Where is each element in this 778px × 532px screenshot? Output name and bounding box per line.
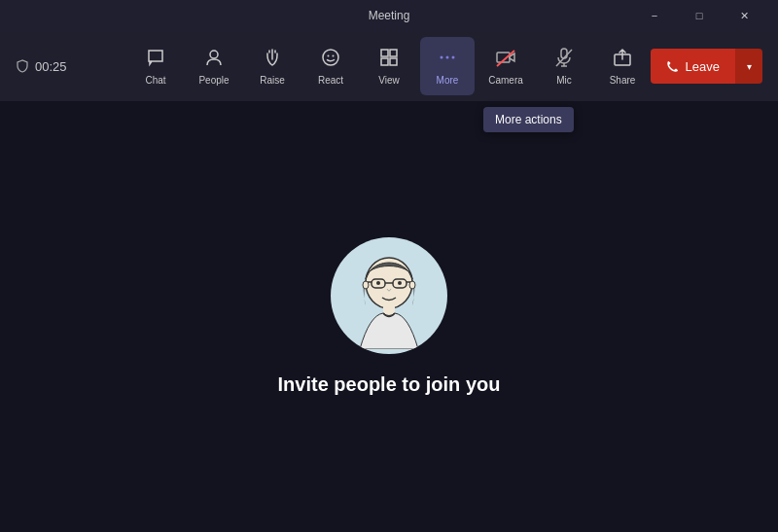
more-icon <box>437 47 458 71</box>
share-icon <box>612 47 633 71</box>
avatar-illustration <box>340 242 438 349</box>
view-label: View <box>378 75 400 86</box>
people-button[interactable]: People <box>187 37 241 95</box>
raise-label: Raise <box>260 75 285 86</box>
chat-icon <box>145 47 166 71</box>
view-icon <box>378 47 400 71</box>
svg-rect-7 <box>390 58 397 65</box>
mic-button[interactable]: Mic <box>537 37 591 95</box>
window-title: Meeting <box>369 9 410 22</box>
svg-rect-5 <box>390 50 397 56</box>
raise-icon <box>262 47 283 71</box>
leave-chevron-button[interactable]: ▾ <box>735 49 762 84</box>
camera-icon <box>495 47 516 71</box>
camera-label: Camera <box>488 75 523 86</box>
meeting-timer: 00:25 <box>16 59 84 74</box>
shield-icon <box>16 59 29 73</box>
svg-point-1 <box>323 50 338 65</box>
chat-button[interactable]: Chat <box>128 37 183 95</box>
mic-label: Mic <box>556 75 572 86</box>
main-content: Invite people to join you <box>0 101 778 532</box>
raise-button[interactable]: Raise <box>245 37 300 95</box>
people-label: People <box>198 75 229 86</box>
leave-button[interactable]: Leave <box>651 49 735 84</box>
view-button[interactable]: View <box>362 37 416 95</box>
svg-point-8 <box>441 56 443 59</box>
svg-point-0 <box>210 51 218 58</box>
camera-button[interactable]: Camera <box>478 37 533 95</box>
maximize-button[interactable]: □ <box>677 0 722 31</box>
more-actions-button[interactable]: More <box>420 37 475 95</box>
more-actions-tooltip: More actions <box>483 107 574 132</box>
react-label: React <box>318 75 343 86</box>
phone-icon <box>666 59 680 73</box>
react-icon <box>320 47 341 71</box>
timer-display: 00:25 <box>35 59 67 74</box>
chevron-down-icon: ▾ <box>747 61 752 72</box>
share-button[interactable]: Share <box>595 37 650 95</box>
window-controls: − □ ✕ <box>632 0 766 31</box>
react-button[interactable]: React <box>303 37 358 95</box>
svg-rect-4 <box>381 50 388 56</box>
minimize-button[interactable]: − <box>632 0 677 31</box>
toolbar-center: Chat People Raise <box>128 37 650 95</box>
more-label: More <box>437 75 459 86</box>
svg-point-9 <box>446 56 449 59</box>
svg-point-27 <box>398 281 402 285</box>
mic-icon <box>553 47 575 71</box>
svg-point-2 <box>328 55 330 57</box>
user-avatar <box>331 237 447 354</box>
invite-text: Invite people to join you <box>278 373 501 396</box>
svg-point-3 <box>333 55 335 57</box>
svg-point-26 <box>376 281 380 285</box>
people-icon <box>203 47 225 71</box>
leave-label: Leave <box>686 59 720 74</box>
svg-rect-6 <box>381 58 388 65</box>
chat-label: Chat <box>145 75 165 86</box>
toolbar-right: Leave ▾ <box>651 49 762 84</box>
share-label: Share <box>610 75 636 86</box>
close-button[interactable]: ✕ <box>722 0 766 31</box>
leave-group: Leave ▾ <box>651 49 762 84</box>
title-bar: Meeting − □ ✕ <box>0 0 778 31</box>
toolbar: 00:25 Chat People <box>0 31 778 101</box>
tooltip-text: More actions <box>495 113 562 126</box>
svg-point-10 <box>452 56 455 59</box>
